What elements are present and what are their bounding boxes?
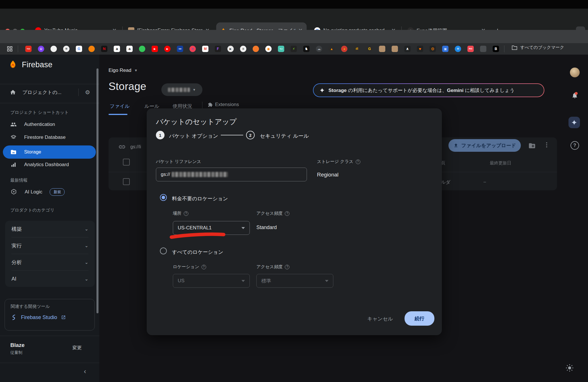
plan-change-button[interactable]: 変更 — [72, 345, 82, 351]
bucket-ref-redacted — [172, 172, 228, 177]
help-icon[interactable]: ? — [202, 265, 206, 269]
ted-bookmark-icon[interactable]: TED — [25, 46, 32, 52]
blender-bookmark-icon[interactable] — [253, 46, 259, 52]
chatgpt-blue-bookmark-icon[interactable]: ✳ — [455, 46, 461, 52]
tab-extensions-label: Extensions — [215, 102, 239, 108]
theme-brightness-toggle[interactable] — [566, 364, 574, 373]
folder-icon — [512, 45, 517, 50]
category-run[interactable]: 実行⌄ — [5, 237, 95, 254]
external-link-icon — [61, 315, 66, 320]
all-bookmarks-button[interactable]: すべてのブックマーク — [512, 45, 564, 50]
chatgpt-bookmark-icon[interactable]: ✳ — [63, 46, 69, 52]
sidebar-item-ai-logic[interactable]: AI Logic 新規 — [10, 188, 65, 196]
bucket-selector-dropdown[interactable]: ▼ — [161, 83, 202, 96]
green-app-bookmark-icon[interactable] — [139, 46, 145, 52]
blue-box-bookmark-icon[interactable]: ▣ — [442, 46, 448, 52]
youtube-music-bookmark-icon[interactable]: ▶ — [164, 46, 171, 52]
card-kebab-menu[interactable] — [546, 141, 547, 148]
google-bookmark-icon[interactable]: G — [366, 46, 373, 52]
help-icon[interactable]: ? — [285, 211, 289, 216]
tab-files[interactable]: ファイル — [110, 103, 130, 110]
amazon-bookmark-icon[interactable]: a — [114, 46, 120, 52]
sbi-bookmark-icon[interactable]: SBI — [177, 46, 183, 52]
location-label: 場所? — [173, 211, 188, 216]
purple-u-bookmark-icon[interactable]: U — [38, 46, 44, 52]
free-location-radio[interactable] — [160, 194, 167, 201]
bucket-path-link[interactable]: gs://li — [130, 144, 141, 149]
row-name-partial: ルダ — [441, 179, 450, 185]
plan-info: Blaze 従量制 — [10, 342, 25, 355]
row-checkbox[interactable] — [123, 178, 130, 185]
all-locations-label: すべてのロケーション — [172, 249, 223, 256]
help-icon[interactable]: ? — [356, 160, 360, 164]
play-circle-bookmark-icon[interactable]: ▶ — [227, 46, 234, 52]
category-label: 実行 — [11, 242, 22, 249]
category-analyze[interactable]: 分析⌄ — [5, 254, 95, 270]
gmail-bookmark-icon[interactable]: M — [202, 46, 208, 52]
firebase-sidebar: Firebase プロジェクトの... ⚙ プロジェクト ショートカット Aut… — [0, 55, 99, 382]
sidebar-item-analytics[interactable]: Analytics Dashboard — [10, 162, 69, 168]
category-ai[interactable]: AI⌄ — [5, 271, 95, 287]
continue-button[interactable]: 続行 — [405, 311, 434, 326]
google-ads-bookmark-icon[interactable]: ◕ — [341, 46, 347, 52]
row-checkbox[interactable] — [123, 159, 130, 166]
access2-value: 標準 — [261, 278, 271, 284]
help-icon[interactable]: ? — [285, 265, 289, 269]
project-breadcrumb[interactable]: Eigo Read ▼ — [109, 68, 138, 73]
cancel-button[interactable]: キャンセル — [367, 315, 393, 322]
ted-link-bookmark-icon[interactable]: Ted — [278, 46, 284, 52]
netflix-bookmark-icon[interactable]: N — [101, 46, 107, 52]
map-pin-bookmark-icon[interactable]: ◉ — [265, 46, 272, 52]
category-build[interactable]: 構築⌄ — [5, 221, 95, 237]
figma-bookmark-icon[interactable]: F — [215, 46, 221, 52]
rabbit-bookmark-icon[interactable]: ♞ — [303, 46, 310, 52]
notification-dot — [575, 92, 578, 95]
avatar-1-bookmark-icon[interactable] — [379, 46, 385, 52]
youtube-bookmark-icon[interactable]: ▶ — [152, 46, 158, 52]
caret-app-bookmark-icon[interactable]: ∧ — [404, 46, 411, 52]
apps-grid-icon[interactable] — [7, 46, 13, 53]
gemini-banner[interactable]: Storage の利用にあたってサポートが必要な場合は、Gemini に相談して… — [313, 83, 544, 97]
bucket-reference-input[interactable]: gs:// — [156, 168, 307, 181]
google-analytics-bookmark-icon[interactable]: ıll — [354, 46, 360, 52]
amazon-jp-bookmark-icon[interactable]: a — [126, 46, 133, 52]
sidebar-scrollbar[interactable] — [96, 68, 98, 313]
account-avatar[interactable] — [569, 67, 581, 78]
sidebar-item-authentication[interactable]: Authentication — [10, 121, 55, 128]
tab-extensions[interactable]: Extensions — [208, 102, 239, 108]
google-cloud-bookmark-icon[interactable]: ☁ — [316, 46, 322, 52]
firebase-brand[interactable]: Firebase — [8, 60, 53, 70]
gear-orange-bookmark-icon[interactable]: ⚙ — [430, 46, 436, 52]
notifications-bell[interactable] — [569, 90, 581, 101]
upload-button-label: ファイルをアップロード — [461, 142, 516, 149]
orange-gem-bookmark-icon[interactable] — [88, 46, 95, 52]
upload-file-button[interactable]: ファイルをアップロード — [448, 139, 521, 152]
storage-class-label: ストレージ クラス? — [317, 159, 360, 164]
project-settings-gear-icon[interactable]: ⚙ — [85, 89, 90, 96]
access-frequency-label: アクセス頻度? — [256, 211, 289, 216]
help-icon[interactable]: ? — [184, 211, 188, 216]
apple-bookmark-icon[interactable] — [480, 46, 486, 52]
sidebar-collapse-chevron[interactable]: ‹ — [84, 367, 86, 375]
location2-value: US — [178, 278, 185, 284]
all-locations-radio[interactable] — [160, 247, 167, 254]
firebase-bookmark-icon[interactable]: ▲ — [328, 46, 335, 52]
heart-bookmark-icon[interactable]: ♥ — [417, 46, 423, 52]
rg-bookmark-icon[interactable]: RG — [467, 46, 474, 52]
sidebar-item-storage-selected[interactable]: Storage — [3, 145, 96, 159]
help-button[interactable]: ? — [569, 140, 581, 151]
google-translate-bookmark-icon[interactable]: G — [76, 46, 82, 52]
gemini-assistant-button[interactable] — [568, 117, 580, 128]
notebook-bookmark-icon[interactable]: ≡ — [240, 46, 246, 52]
sidebar-divider — [0, 84, 99, 84]
firebase-studio-link[interactable]: Firebase Studio — [11, 314, 66, 320]
bolt-bookmark-icon[interactable]: ⚡ — [291, 46, 297, 52]
github-bookmark-icon[interactable] — [51, 46, 57, 52]
sidebar-item-project-overview[interactable]: プロジェクトの... ⚙ — [10, 89, 90, 96]
moneyforward-bookmark-icon[interactable]: ● — [189, 46, 196, 52]
b-black-bookmark-icon[interactable]: B — [493, 46, 499, 52]
firebase-logo-icon — [8, 60, 18, 70]
new-folder-icon[interactable] — [528, 142, 536, 149]
avatar-2-bookmark-icon[interactable] — [392, 46, 398, 52]
sidebar-item-firestore[interactable]: Firestore Database — [10, 134, 66, 141]
